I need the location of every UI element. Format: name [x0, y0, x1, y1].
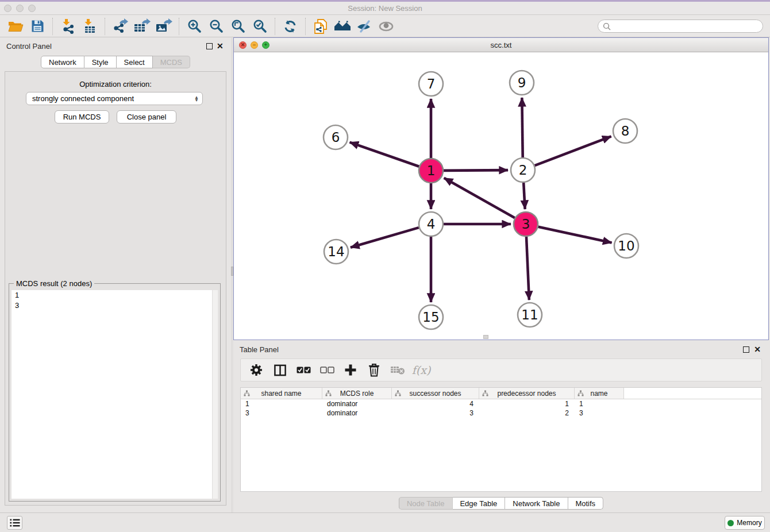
- select-all-rows-button[interactable]: [296, 363, 311, 377]
- home-layout-button[interactable]: [332, 17, 353, 36]
- result-item: 3: [11, 300, 218, 311]
- duplicate-network-button[interactable]: [310, 17, 332, 36]
- float-table-panel-icon[interactable]: [743, 346, 749, 353]
- search-input[interactable]: [614, 22, 758, 30]
- run-mcds-button[interactable]: Run MCDS: [55, 110, 109, 124]
- open-folder-icon: [8, 20, 24, 33]
- tab-edge-table[interactable]: Edge Table: [452, 497, 505, 510]
- node-label: 8: [621, 124, 630, 138]
- import-network-button[interactable]: [57, 17, 79, 36]
- float-panel-icon[interactable]: [206, 43, 213, 49]
- graph-node-11[interactable]: 11: [518, 303, 542, 327]
- network-graph[interactable]: 7968124314101511: [234, 52, 768, 340]
- delete-column-button[interactable]: [367, 363, 382, 377]
- zoom-selected-button[interactable]: [249, 17, 271, 36]
- optimization-criterion-select[interactable]: strongly connected component ▲▼: [26, 92, 203, 105]
- save-session-button[interactable]: [26, 17, 48, 36]
- graph-edge-3-1[interactable]: [444, 178, 515, 218]
- graph-node-10[interactable]: 10: [614, 234, 638, 258]
- show-columns-button[interactable]: [272, 363, 287, 377]
- graph-node-1[interactable]: 1: [419, 159, 443, 183]
- column-header-predecessor-nodes[interactable]: predecessor nodes: [479, 388, 575, 399]
- export-image-button[interactable]: [153, 17, 175, 36]
- unchecked-boxes-icon: [320, 367, 334, 374]
- column-header-successor-nodes[interactable]: successor nodes: [392, 388, 479, 399]
- graph-node-14[interactable]: 14: [324, 240, 348, 264]
- network-titlebar[interactable]: ✕ − + scc.txt: [234, 38, 768, 52]
- zoom-out-button[interactable]: [205, 17, 227, 36]
- canvas-resize-grip[interactable]: [483, 335, 488, 339]
- memory-button[interactable]: Memory: [725, 516, 765, 530]
- delete-table-button[interactable]: [390, 363, 405, 377]
- cell-MCDS-role: dominator: [322, 400, 392, 408]
- close-panel-icon[interactable]: ✕: [217, 41, 224, 51]
- result-scrollbar[interactable]: [212, 290, 218, 499]
- zoom-fit-button[interactable]: [227, 17, 249, 36]
- table-settings-button[interactable]: [249, 363, 264, 377]
- zoom-in-button[interactable]: [183, 17, 205, 36]
- graph-node-8[interactable]: 8: [613, 119, 637, 143]
- graph-edge-2-3[interactable]: [523, 183, 525, 209]
- hierarchy-icon: [482, 390, 488, 396]
- export-table-icon: [133, 18, 151, 34]
- graph-node-7[interactable]: 7: [419, 72, 443, 96]
- table-panel-title: Table Panel: [240, 345, 279, 354]
- graph-node-6[interactable]: 6: [324, 125, 348, 149]
- list-icon: [10, 518, 20, 527]
- network-canvas[interactable]: 7968124314101511: [234, 52, 768, 340]
- delete-table-icon: [390, 365, 405, 375]
- checked-boxes-icon: [297, 367, 311, 374]
- show-all-button[interactable]: [375, 17, 397, 36]
- graph-edge-1-2[interactable]: [444, 170, 508, 171]
- search-field[interactable]: [598, 20, 763, 33]
- gear-icon: [249, 363, 263, 377]
- graph-node-15[interactable]: 15: [419, 305, 443, 329]
- task-history-button[interactable]: [7, 516, 22, 530]
- tab-network[interactable]: Network: [41, 56, 84, 68]
- graph-edge-3-11[interactable]: [526, 237, 529, 300]
- graph-node-9[interactable]: 9: [510, 71, 534, 95]
- graph-edge-4-14[interactable]: [351, 228, 419, 248]
- table-toolbar: f(x): [240, 358, 762, 381]
- column-header-MCDS-role[interactable]: MCDS role: [322, 388, 392, 399]
- function-builder-button[interactable]: f(x): [414, 363, 429, 377]
- export-network-button[interactable]: [109, 17, 131, 36]
- tab-style[interactable]: Style: [84, 56, 117, 68]
- mcds-result-list[interactable]: 13: [11, 290, 218, 499]
- hierarchy-icon: [325, 390, 332, 396]
- table-row[interactable]: 1dominator411: [241, 399, 761, 408]
- import-network-icon: [60, 18, 76, 34]
- tab-network-table[interactable]: Network Table: [505, 497, 568, 510]
- export-table-button[interactable]: [131, 17, 153, 36]
- column-header-name[interactable]: name: [575, 388, 624, 399]
- graph-node-4[interactable]: 4: [419, 212, 443, 236]
- close-table-panel-icon[interactable]: ✕: [754, 345, 761, 354]
- column-header-shared-name[interactable]: shared name: [241, 388, 322, 399]
- tab-select[interactable]: Select: [117, 56, 153, 68]
- cell-name: 1: [575, 400, 624, 408]
- graph-node-2[interactable]: 2: [511, 158, 535, 182]
- open-session-button[interactable]: [5, 17, 26, 36]
- graph-edge-2-9[interactable]: [522, 98, 522, 157]
- refresh-button[interactable]: [279, 17, 301, 36]
- eye-icon: [378, 20, 394, 33]
- hide-selected-button[interactable]: [353, 17, 375, 36]
- cell-predecessor-nodes: 2: [479, 409, 575, 417]
- deselect-all-rows-button[interactable]: [319, 363, 334, 377]
- close-panel-button[interactable]: Close panel: [117, 110, 176, 124]
- graph-edge-2-8[interactable]: [535, 136, 611, 165]
- hierarchy-icon: [578, 390, 584, 396]
- column-label: name: [590, 390, 607, 398]
- import-table-button[interactable]: [79, 17, 101, 36]
- zoom-selected-icon: [253, 19, 267, 33]
- graph-edge-1-6[interactable]: [350, 142, 419, 167]
- add-column-button[interactable]: [343, 363, 358, 377]
- tab-mcds[interactable]: MCDS: [153, 56, 190, 68]
- node-label: 11: [521, 307, 538, 322]
- zoom-fit-icon: [231, 19, 245, 33]
- graph-edge-3-10[interactable]: [538, 227, 611, 243]
- graph-node-3[interactable]: 3: [514, 212, 538, 236]
- tab-node-table[interactable]: Node Table: [399, 497, 453, 510]
- tab-motifs[interactable]: Motifs: [568, 497, 603, 510]
- table-row[interactable]: 3dominator323: [241, 408, 761, 418]
